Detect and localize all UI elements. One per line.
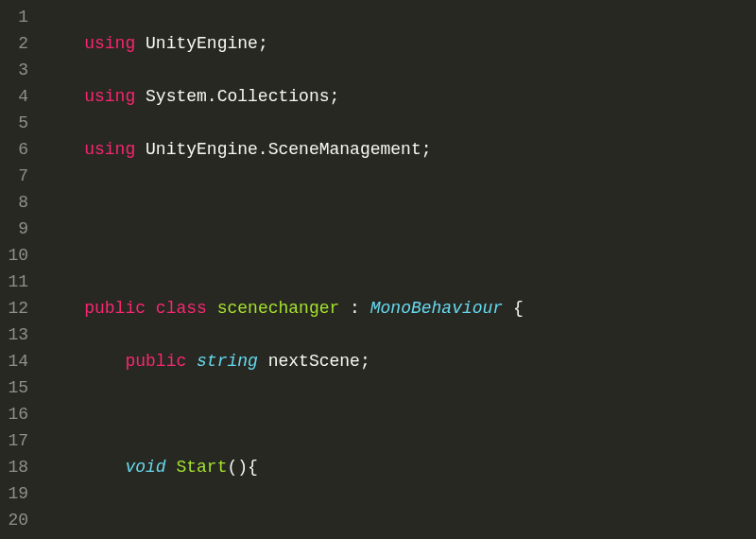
code-line[interactable] bbox=[43, 242, 756, 269]
keyword-using: using bbox=[84, 34, 135, 53]
line-number: 19 bbox=[8, 480, 28, 507]
line-number: 20 bbox=[8, 507, 28, 533]
line-number: 17 bbox=[8, 427, 28, 454]
line-number: 4 bbox=[8, 83, 28, 110]
code-line[interactable]: using UnityEngine; bbox=[43, 30, 756, 57]
code-line[interactable]: using UnityEngine.SceneManagement; bbox=[43, 136, 756, 163]
code-line[interactable] bbox=[43, 401, 756, 427]
code-line[interactable]: void Start(){ bbox=[43, 454, 756, 480]
line-number-gutter: 1234567891011121314151617181920 bbox=[0, 0, 40, 539]
line-number: 12 bbox=[8, 295, 28, 322]
line-number: 8 bbox=[8, 189, 28, 216]
line-number: 1 bbox=[8, 4, 28, 30]
code-line[interactable] bbox=[43, 189, 756, 216]
keyword-class: class bbox=[156, 299, 207, 318]
code-line[interactable]: using System.Collections; bbox=[43, 83, 756, 110]
line-number: 16 bbox=[8, 401, 28, 427]
line-number: 5 bbox=[8, 110, 28, 136]
line-number: 2 bbox=[8, 30, 28, 57]
code-line[interactable]: public string nextScene; bbox=[43, 348, 756, 374]
code-editor[interactable]: 1234567891011121314151617181920 using Un… bbox=[0, 0, 756, 539]
line-number: 6 bbox=[8, 136, 28, 163]
line-number: 3 bbox=[8, 57, 28, 83]
code-line[interactable]: public class scenechanger : MonoBehaviou… bbox=[43, 295, 756, 322]
line-number: 9 bbox=[8, 216, 28, 242]
method-name: Start bbox=[176, 458, 227, 477]
line-number: 7 bbox=[8, 163, 28, 189]
field-name: nextScene bbox=[268, 352, 360, 371]
line-number: 15 bbox=[8, 374, 28, 401]
line-number: 11 bbox=[8, 269, 28, 295]
line-number: 10 bbox=[8, 242, 28, 269]
line-number: 14 bbox=[8, 348, 28, 374]
line-number: 13 bbox=[8, 322, 28, 348]
code-line[interactable] bbox=[43, 507, 756, 533]
class-name: scenechanger bbox=[217, 299, 340, 318]
base-type: MonoBehaviour bbox=[370, 299, 503, 318]
type-void: void bbox=[125, 458, 165, 477]
keyword-using: using bbox=[84, 87, 135, 106]
keyword-public: public bbox=[84, 299, 146, 318]
line-number: 18 bbox=[8, 454, 28, 480]
type-string: string bbox=[197, 352, 258, 371]
keyword-using: using bbox=[84, 140, 135, 159]
keyword-public: public bbox=[125, 352, 186, 371]
code-area[interactable]: using UnityEngine; using System.Collecti… bbox=[40, 0, 756, 539]
